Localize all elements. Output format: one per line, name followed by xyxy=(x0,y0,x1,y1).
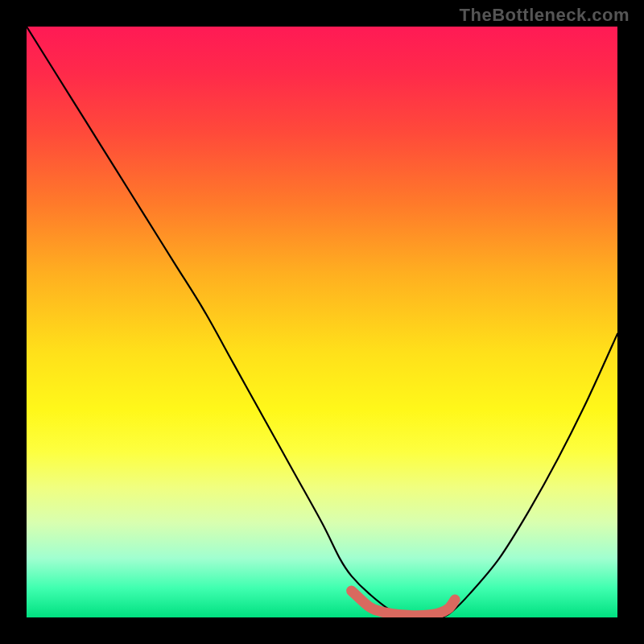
bottleneck-curve xyxy=(27,27,617,617)
optimal-zone-marker xyxy=(352,591,455,616)
plot-area xyxy=(27,27,617,617)
watermark-text: TheBottleneck.com xyxy=(460,5,630,26)
chart-svg xyxy=(27,27,617,617)
